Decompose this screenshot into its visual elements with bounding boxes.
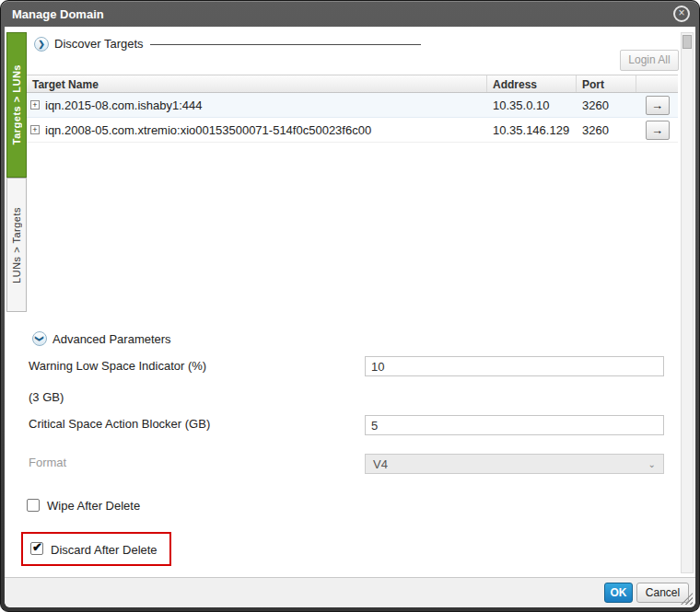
advanced-parameters-heading: Advanced Parameters [52, 332, 171, 346]
port-cell: 3260 [577, 98, 636, 112]
column-header-target-name[interactable]: Target Name [27, 75, 487, 92]
target-name-cell: + iqn.2008-05.com.xtremio:xio00153500071… [27, 123, 487, 137]
dialog-content: Targets > LUNs LUNs > Targets ❯ Discover… [5, 27, 695, 607]
column-header-port[interactable]: Port [577, 75, 636, 92]
dialog-footer [5, 577, 695, 607]
expand-row-icon[interactable]: + [30, 100, 40, 110]
scrollbar-thumb[interactable] [682, 35, 692, 49]
size-note: (3 GB) [29, 390, 64, 404]
cancel-button[interactable]: Cancel [636, 583, 689, 603]
manage-domain-dialog: Manage Domain × Targets > LUNs LUNs > Ta… [0, 0, 700, 612]
warning-low-space-input[interactable] [365, 356, 664, 376]
critical-space-input[interactable] [365, 415, 664, 435]
discover-targets-heading: Discover Targets [54, 37, 144, 51]
address-cell: 10.35.146.129 [487, 123, 577, 137]
advanced-parameters-expander-icon[interactable]: ❯ [32, 331, 47, 346]
tab-targets-luns[interactable]: Targets > LUNs [6, 32, 27, 178]
ok-button[interactable]: OK [604, 583, 633, 603]
tab-luns-targets-label: LUNs > Targets [11, 207, 22, 283]
format-selected-value: V4 [373, 457, 388, 471]
target-name: iqn.2008-05.com.xtremio:xio00153500071-5… [45, 123, 371, 137]
target-name-cell: + iqn.2015-08.com.ishaby1:444 [27, 98, 487, 112]
warning-low-space-label: Warning Low Space Indicator (%) [29, 359, 206, 373]
address-cell: 10.35.0.10 [487, 98, 577, 112]
discard-after-delete-label: Discard After Delete [51, 543, 158, 557]
check-icon: ✔ [32, 540, 42, 554]
chevron-down-icon: ⌄ [648, 459, 656, 469]
login-all-button[interactable]: Login All [620, 50, 679, 71]
targets-table-header: Target Name Address Port [27, 75, 678, 93]
expand-row-icon[interactable]: + [30, 125, 40, 134]
column-header-actions [636, 75, 678, 92]
column-header-address[interactable]: Address [487, 75, 577, 92]
login-arrow-icon: → [651, 98, 663, 112]
tab-targets-luns-label: Targets > LUNs [11, 64, 22, 144]
format-label: Format [29, 456, 66, 469]
section-divider [150, 44, 421, 45]
dialog-title: Manage Domain [12, 7, 104, 21]
target-name: iqn.2015-08.com.ishaby1:444 [45, 98, 203, 112]
wipe-after-delete-checkbox[interactable]: ✔ [27, 499, 40, 512]
format-select[interactable]: V4 ⌄ [365, 454, 664, 474]
chevron-down-icon: ❯ [35, 335, 44, 342]
port-cell: 3260 [577, 123, 636, 137]
critical-space-label: Critical Space Action Blocker (GB) [29, 417, 210, 431]
login-target-button[interactable]: → [646, 121, 670, 140]
chevron-right-icon: ❯ [38, 40, 45, 49]
login-target-button[interactable]: → [646, 96, 670, 115]
tab-luns-targets[interactable]: LUNs > Targets [6, 178, 27, 312]
table-row[interactable]: + iqn.2008-05.com.xtremio:xio00153500071… [27, 118, 678, 143]
discover-targets-expander-icon[interactable]: ❯ [34, 37, 49, 52]
actions-cell: → [636, 96, 678, 115]
vertical-scrollbar[interactable] [681, 32, 694, 573]
dialog-titlebar: Manage Domain [1, 1, 699, 27]
actions-cell: → [636, 121, 678, 140]
wipe-after-delete-label: Wipe After Delete [47, 499, 140, 513]
discard-after-delete-checkbox[interactable]: ✔ [30, 542, 43, 555]
close-icon[interactable]: × [673, 6, 690, 22]
table-row[interactable]: + iqn.2015-08.com.ishaby1:444 10.35.0.10… [27, 93, 678, 118]
login-arrow-icon: → [651, 123, 663, 137]
